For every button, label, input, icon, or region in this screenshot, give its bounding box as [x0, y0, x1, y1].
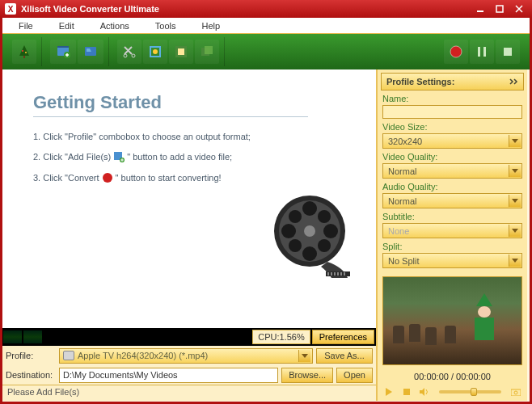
- svg-point-55: [514, 391, 517, 394]
- svg-marker-2: [19, 45, 29, 56]
- subtitle-combobox[interactable]: None: [382, 223, 522, 238]
- svg-rect-40: [331, 272, 332, 276]
- svg-marker-45: [302, 354, 308, 358]
- menubar: File Edit Actions Tools Help: [2, 18, 530, 34]
- menu-file[interactable]: File: [6, 19, 46, 32]
- svg-marker-48: [512, 199, 518, 203]
- pause-button[interactable]: [470, 40, 494, 64]
- add-file-button[interactable]: [50, 40, 76, 64]
- minimize-button[interactable]: [472, 3, 488, 15]
- svg-rect-21: [478, 47, 480, 57]
- step-1: 1. Click "Profile" combobox to choose an…: [33, 132, 360, 141]
- menu-actions[interactable]: Actions: [87, 19, 142, 32]
- svg-point-29: [302, 201, 317, 216]
- menu-edit[interactable]: Edit: [46, 19, 87, 32]
- svg-marker-46: [512, 139, 518, 143]
- save-as-button[interactable]: Save As...: [316, 348, 373, 364]
- volume-slider[interactable]: [439, 390, 501, 393]
- split-label: Split:: [382, 242, 522, 251]
- tv-icon: [63, 351, 74, 360]
- activity-bar: CPU:1.56% Preferences: [2, 328, 376, 346]
- destination-label: Destination:: [6, 370, 56, 380]
- snapshot-button[interactable]: [509, 386, 522, 398]
- step-2: 2. Click "Add File(s) " button to add a …: [33, 151, 360, 162]
- svg-rect-16: [178, 48, 184, 55]
- svg-rect-42: [337, 272, 339, 276]
- svg-point-26: [103, 173, 112, 183]
- svg-rect-7: [57, 46, 69, 48]
- svg-rect-44: [344, 272, 345, 276]
- cut-button[interactable]: [117, 40, 141, 64]
- toolbar: [2, 34, 530, 69]
- cpu-core-0: [3, 330, 22, 343]
- profile-combobox[interactable]: Apple TV h264(320x240) (*.mp4): [59, 348, 313, 364]
- step-3: 3. Click "Convert " button to start conv…: [33, 172, 360, 183]
- svg-point-32: [323, 224, 338, 238]
- merge-button[interactable]: [195, 40, 219, 64]
- svg-marker-53: [420, 388, 424, 396]
- browse-button[interactable]: Browse...: [281, 368, 333, 383]
- svg-rect-54: [511, 389, 521, 396]
- svg-marker-51: [386, 388, 392, 396]
- svg-rect-41: [334, 272, 336, 276]
- preferences-button[interactable]: Preferences: [312, 330, 374, 344]
- video-size-combobox[interactable]: 320x240: [382, 133, 522, 149]
- svg-rect-52: [403, 389, 410, 395]
- svg-point-11: [124, 54, 127, 57]
- play-button[interactable]: [382, 386, 395, 398]
- player-stop-button[interactable]: [400, 386, 413, 398]
- svg-point-33: [289, 210, 302, 223]
- window-title: Xilisoft Video Converter Ultimate: [21, 4, 159, 14]
- video-size-label: Video Size:: [382, 122, 522, 132]
- profile-settings-header[interactable]: Profile Settings:: [381, 73, 524, 90]
- tree-decor-icon: [12, 40, 36, 64]
- name-input[interactable]: [382, 105, 522, 119]
- name-label: Name:: [382, 94, 522, 103]
- effect-button[interactable]: [169, 40, 193, 64]
- svg-point-12: [132, 54, 135, 57]
- audio-quality-combobox[interactable]: Normal: [382, 193, 522, 208]
- svg-rect-39: [327, 272, 329, 276]
- video-quality-label: Video Quality:: [382, 152, 522, 162]
- stop-button[interactable]: [496, 40, 520, 64]
- menu-tools[interactable]: Tools: [142, 19, 189, 32]
- destination-input[interactable]: [59, 368, 278, 383]
- split-combobox[interactable]: No Split: [382, 253, 522, 268]
- svg-marker-49: [512, 229, 518, 233]
- profile-label: Profile:: [6, 351, 56, 360]
- cpu-readout: CPU:1.56%: [252, 330, 310, 344]
- audio-quality-label: Audio Quality:: [382, 182, 522, 191]
- add-file-inline-icon: [113, 151, 125, 162]
- svg-point-30: [302, 246, 317, 261]
- open-button[interactable]: Open: [336, 368, 373, 383]
- menu-help[interactable]: Help: [188, 19, 233, 32]
- svg-rect-22: [483, 47, 486, 57]
- player-controls: [378, 383, 527, 401]
- svg-point-5: [25, 52, 27, 53]
- svg-rect-23: [504, 48, 512, 56]
- close-button[interactable]: [511, 3, 527, 15]
- video-preview[interactable]: [382, 276, 522, 365]
- playback-time: 00:00:00 / 00:00:00: [378, 370, 527, 383]
- convert-button[interactable]: [444, 40, 468, 64]
- titlebar: X Xilisoft Video Converter Ultimate: [0, 0, 532, 18]
- svg-rect-3: [23, 56, 25, 58]
- convert-inline-icon: [102, 172, 113, 183]
- crop-button[interactable]: [143, 40, 167, 64]
- film-reel-icon: [271, 191, 352, 281]
- status-bar: Please Add File(s): [2, 385, 376, 401]
- add-folder-button[interactable]: [78, 40, 103, 64]
- subtitle-label: Subtitle:: [382, 212, 522, 221]
- svg-point-31: [281, 224, 296, 238]
- svg-point-14: [153, 49, 158, 54]
- video-quality-combobox[interactable]: Normal: [382, 163, 522, 179]
- volume-icon[interactable]: [418, 386, 431, 398]
- maximize-button[interactable]: [492, 3, 508, 15]
- chevron-down-icon: [298, 350, 310, 362]
- svg-rect-18: [205, 46, 213, 54]
- content-area: Getting Started 1. Click "Profile" combo…: [2, 69, 376, 328]
- svg-rect-0: [477, 11, 483, 12]
- svg-rect-43: [340, 272, 342, 276]
- svg-point-37: [304, 225, 315, 237]
- elf-character-icon: [470, 293, 499, 342]
